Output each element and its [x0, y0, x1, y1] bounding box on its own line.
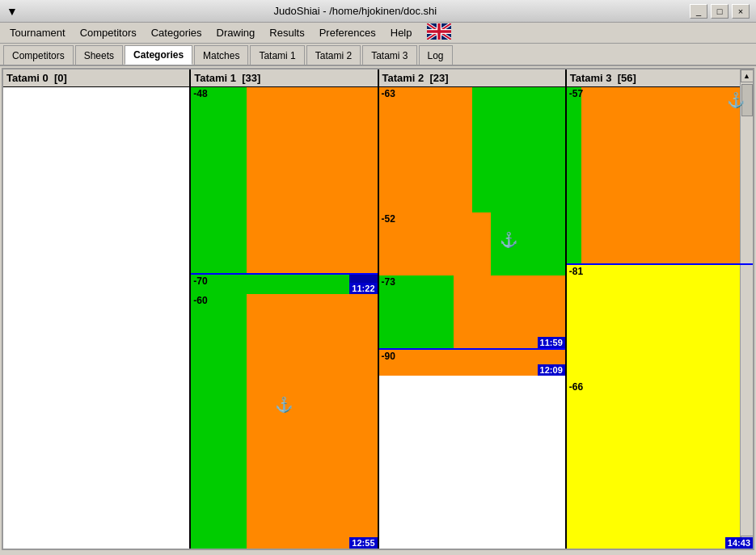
window-controls: _ □ ×	[690, 4, 750, 19]
main-content: Tatami 0 [0] Tatami 1 [33] -48 -70	[2, 68, 754, 550]
tatami-grid: Tatami 0 [0] Tatami 1 [33] -48 -70	[3, 69, 753, 549]
tab-log[interactable]: Log	[419, 45, 453, 65]
tatami3-block-66[interactable]: -66 14:43	[567, 381, 753, 549]
tatami-col-2: Tatami 2 [23] -63 -52 ⚓	[379, 69, 567, 549]
cat-label-60: -60	[191, 294, 209, 307]
tab-competitors[interactable]: Competitors	[3, 45, 74, 65]
titlebar: ▼ JudoShiai - /home/hjokinen/doc.shi _ □…	[0, 0, 756, 23]
tatami3-block-81[interactable]: -81	[567, 265, 753, 381]
language-flag[interactable]	[420, 22, 458, 44]
cat-label-81: -81	[567, 265, 585, 278]
menubar: Tournament Competitors Categories Drawin…	[0, 23, 756, 44]
menu-results[interactable]: Results	[263, 25, 310, 40]
anchor-icon-60: ⚓	[275, 396, 293, 414]
cat-label-70: -70	[191, 275, 209, 288]
scroll-up-button[interactable]: ▲	[741, 69, 754, 82]
tatami1-block-48[interactable]: -48	[191, 87, 377, 273]
cat-label-48: -48	[191, 87, 209, 100]
cat-label-90: -90	[379, 350, 398, 363]
menu-competitors[interactable]: Competitors	[74, 25, 143, 40]
tatami2-header: Tatami 2 [23]	[379, 69, 565, 87]
tatami1-block-60[interactable]: -60 ⚓ 12:55	[191, 294, 377, 549]
tatami-col-3: Tatami 3 [56] -57 ⚓ -81 -66 14	[567, 69, 753, 549]
window-title: JudoShiai - /home/hjokinen/doc.shi	[21, 5, 690, 17]
tab-categories[interactable]: Categories	[125, 45, 192, 65]
time-badge-1443: 14:43	[725, 537, 753, 549]
time-badge-1255: 12:55	[349, 537, 377, 549]
minimize-button[interactable]: _	[690, 4, 707, 19]
tatami1-block-70[interactable]: -70 11:22	[191, 275, 377, 294]
cat-label-73: -73	[379, 275, 398, 288]
tatami2-block-90[interactable]: -90 12:09	[379, 350, 565, 376]
maximize-button[interactable]: □	[711, 4, 729, 19]
menu-drawing[interactable]: Drawing	[210, 25, 262, 40]
scrollbar[interactable]: ▲ ▼	[740, 69, 753, 549]
tatami2-block-73[interactable]: -73 11:59	[379, 275, 565, 348]
tatami3-header: Tatami 3 [56]	[567, 69, 753, 87]
tabbar: Competitors Sheets Categories Matches Ta…	[0, 44, 756, 66]
tatami2-block-63[interactable]: -63	[379, 87, 565, 212]
cat-label-52: -52	[379, 212, 398, 225]
tab-tatami1[interactable]: Tatami 1	[250, 45, 304, 65]
close-button[interactable]: ×	[732, 4, 750, 19]
app-icon: ▼	[6, 5, 18, 18]
time-badge-1159: 11:59	[538, 337, 565, 348]
time-badge-1209: 12:09	[538, 364, 565, 376]
tatami2-body: -63 -52 ⚓ -73 11:59	[379, 87, 565, 549]
tatami3-block-57[interactable]: -57 ⚓	[567, 87, 753, 263]
tab-tatami3[interactable]: Tatami 3	[362, 45, 416, 65]
tatami-col-0: Tatami 0 [0]	[3, 69, 191, 549]
tatami2-block-52[interactable]: -52 ⚓	[379, 212, 565, 275]
cat-label-63: -63	[379, 87, 398, 100]
tatami-col-1: Tatami 1 [33] -48 -70 11:22	[191, 69, 378, 549]
anchor-icon-52: ⚓	[500, 231, 517, 249]
tab-sheets[interactable]: Sheets	[75, 45, 123, 65]
cat-label-66: -66	[567, 381, 585, 393]
tatami3-body: -57 ⚓ -81 -66 14:43	[567, 87, 753, 549]
cat-label-57: -57	[567, 87, 585, 100]
blue-line-3a	[567, 263, 753, 265]
anchor-icon-57: ⚓	[727, 91, 745, 109]
blue-line-1a	[191, 273, 377, 275]
menu-tournament[interactable]: Tournament	[3, 25, 72, 40]
time-badge-1122: 11:22	[349, 283, 377, 294]
blue-line-2a	[379, 348, 565, 350]
menu-categories[interactable]: Categories	[145, 25, 209, 40]
tab-matches[interactable]: Matches	[194, 45, 248, 65]
tab-tatami2[interactable]: Tatami 2	[306, 45, 361, 65]
menu-help[interactable]: Help	[384, 25, 419, 40]
tatami1-header: Tatami 1 [33]	[191, 69, 377, 87]
tatami0-header: Tatami 0 [0]	[3, 69, 189, 87]
tatami0-body	[3, 87, 189, 549]
tatami1-body: -48 -70 11:22 -60 ⚓ 12:55	[191, 87, 377, 549]
menu-preferences[interactable]: Preferences	[313, 25, 382, 40]
